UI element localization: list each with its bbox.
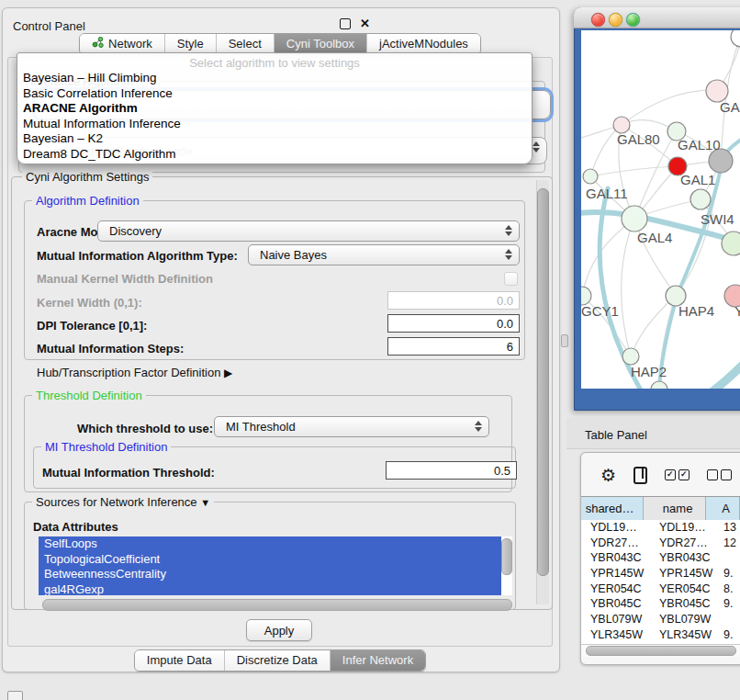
network-node[interactable] — [731, 30, 740, 47]
node-label-gal10: GAL10 — [678, 137, 721, 152]
algorithm-definition-title: Algorithm Definition — [32, 194, 143, 208]
network-edge[interactable] — [590, 166, 678, 176]
corner-widget-icon[interactable] — [7, 691, 23, 700]
network-graph[interactable]: GALGAL80GAL10GAL1GAL11GAL4SWI4GCY1HAP4YH… — [581, 30, 740, 389]
table-row[interactable]: YBL079WYBL079W — [581, 612, 740, 627]
tab-cyni-toolbox[interactable]: Cyni Toolbox — [274, 34, 366, 54]
sources-group-toggle[interactable]: Sources for Network Inference ▼ — [32, 495, 214, 509]
tab-network[interactable]: Network — [80, 34, 164, 54]
apply-button[interactable]: Apply — [246, 619, 312, 641]
kernel-width-field[interactable] — [387, 291, 520, 310]
algorithm-option-aracne-algorithm[interactable]: ARACNE Algorithm — [23, 101, 138, 117]
column-header-shared[interactable]: shared… — [581, 497, 644, 520]
node-label-gal: GAL — [720, 99, 740, 115]
table-cell: YDR27… — [659, 536, 708, 549]
attribute-item-topologicalcoefficient[interactable]: TopologicalCoefficient — [39, 552, 501, 568]
panel-splitter-handle[interactable] — [561, 334, 568, 347]
mi-type-combobox[interactable]: Naive Bayes — [248, 244, 520, 265]
network-node-gal1[interactable] — [690, 189, 711, 209]
network-node-hap2[interactable] — [622, 348, 639, 365]
settings-horizontal-scrollbar[interactable] — [42, 599, 512, 611]
tab-label: Cyni Toolbox — [286, 37, 354, 51]
tab-discretize-data[interactable]: Discretize Data — [224, 650, 330, 671]
float-panel-icon[interactable] — [340, 18, 351, 29]
attribute-item-betweennesscentrality[interactable]: BetweennessCentrality — [39, 567, 501, 582]
table-row[interactable]: YLR345WYLR345W9. — [581, 627, 740, 643]
mi-threshold-field[interactable] — [386, 461, 517, 480]
close-panel-icon[interactable]: ✕ — [360, 19, 370, 28]
combo-stepper-icon — [505, 249, 512, 260]
algorithm-option-dream8-dc-tdc-algorithm[interactable]: Dream8 DC_TDC Algorithm — [23, 147, 176, 163]
table-cell: YDL19… — [590, 521, 637, 534]
table-row[interactable]: YPR145WYPR145W9. — [581, 566, 740, 581]
network-edge[interactable] — [622, 90, 717, 125]
hub-definition-toggle[interactable]: Hub/Transcription Factor Definition ▶ — [37, 366, 232, 379]
which-threshold-combobox[interactable]: MI Threshold — [214, 416, 489, 437]
table-toolbar: ⚙ ✓ ✓ — [580, 457, 740, 492]
mi-steps-field[interactable] — [387, 337, 520, 356]
algorithm-option-bayesian-k2[interactable]: Bayesian – K2 — [23, 131, 103, 147]
manual-kernel-checkbox[interactable] — [504, 272, 518, 286]
column-header-a[interactable]: A — [706, 497, 740, 520]
gear-icon[interactable]: ⚙ — [600, 467, 616, 484]
unchecked-box-icon — [707, 469, 718, 480]
table-row[interactable]: YBR043CYBR043C — [581, 550, 740, 566]
column-header-name[interactable]: name — [644, 497, 706, 520]
algorithm-option-bayesian-hill-climbing[interactable]: Bayesian – Hill Climbing — [23, 71, 157, 86]
node-label-hap2: HAP2 — [631, 364, 667, 379]
bottom-tab-bar: Impute DataDiscretize DataInfer Network — [2, 649, 558, 672]
tab-label: Select — [229, 37, 262, 51]
tab-jactivemnodules[interactable]: jActiveMNodules — [366, 34, 480, 54]
table-cell: YBL079W — [590, 613, 642, 626]
network-edge[interactable] — [705, 362, 740, 389]
attribute-item-gal4rgexp[interactable]: gal4RGexp — [39, 582, 501, 596]
mi-threshold-group-title: MI Threshold Definition — [41, 440, 171, 454]
mi-type-label: Mutual Information Algorithm Type: — [37, 249, 238, 263]
minimize-window-icon[interactable] — [609, 13, 622, 27]
attributes-scrollbar-thumb[interactable] — [501, 538, 512, 575]
attribute-item-selfloops[interactable]: SelfLoops — [39, 536, 501, 552]
network-node-gal4[interactable] — [622, 206, 647, 231]
tab-select[interactable]: Select — [216, 34, 274, 54]
settings-group-title: Cyni Algorithm Settings — [22, 170, 152, 184]
table-row[interactable]: YDR27…YDR27…12 — [581, 536, 740, 551]
algorithm-option-basic-correlation-inference[interactable]: Basic Correlation Inference — [23, 86, 173, 102]
table-cell: YDL19… — [659, 521, 706, 534]
checked-box-icon: ✓ — [665, 469, 676, 480]
table-cell: YBR045C — [590, 597, 642, 610]
split-columns-icon[interactable] — [633, 467, 647, 484]
network-node[interactable] — [651, 381, 667, 389]
sources-group-title: Sources for Network Inference — [36, 495, 197, 509]
table-cell: 13 — [723, 521, 736, 534]
table-row[interactable]: YER054CYER054C8. — [581, 581, 740, 597]
dpi-tolerance-field[interactable] — [387, 314, 520, 333]
table-row[interactable]: YBR045CYBR045C9. — [581, 596, 740, 612]
table-scrollbar-thumb[interactable] — [586, 646, 736, 656]
network-edge[interactable] — [582, 219, 634, 296]
network-node-swi4[interactable] — [722, 231, 740, 255]
network-node-gal11[interactable] — [583, 169, 598, 184]
which-threshold-label: Which threshold to use: — [77, 422, 213, 435]
kernel-width-label: Kernel Width (0,1): — [37, 296, 142, 310]
table-row[interactable]: YDL19…YDL19…13 — [581, 520, 740, 536]
network-edge[interactable] — [622, 219, 634, 356]
tab-impute-data[interactable]: Impute Data — [135, 650, 224, 671]
manual-kernel-label: Manual Kernel Width Definition — [37, 272, 213, 286]
tab-label: Infer Network — [342, 653, 413, 667]
tab-style[interactable]: Style — [164, 34, 216, 54]
unchecked-box-icon — [721, 469, 732, 480]
close-window-icon[interactable] — [591, 13, 605, 27]
settings-scrollbar-thumb[interactable] — [537, 188, 549, 576]
table-cell: 9. — [723, 597, 733, 610]
table-panel-title: Table Panel — [585, 428, 647, 442]
select-all-columns-icon[interactable]: ✓ ✓ — [665, 469, 690, 480]
tab-infer-network[interactable]: Infer Network — [330, 650, 425, 671]
panel-title: Control Panel — [13, 19, 85, 33]
deselect-all-columns-icon[interactable] — [707, 469, 732, 480]
zoom-window-icon[interactable] — [626, 13, 640, 27]
table-cell: YDR27… — [590, 536, 639, 549]
table-cell: YER054C — [590, 582, 642, 595]
expanded-arrow-icon: ▼ — [200, 497, 210, 508]
algorithm-option-mutual-information-inference[interactable]: Mutual Information Inference — [23, 117, 181, 132]
aracne-mode-combobox[interactable]: Discovery — [97, 220, 520, 242]
